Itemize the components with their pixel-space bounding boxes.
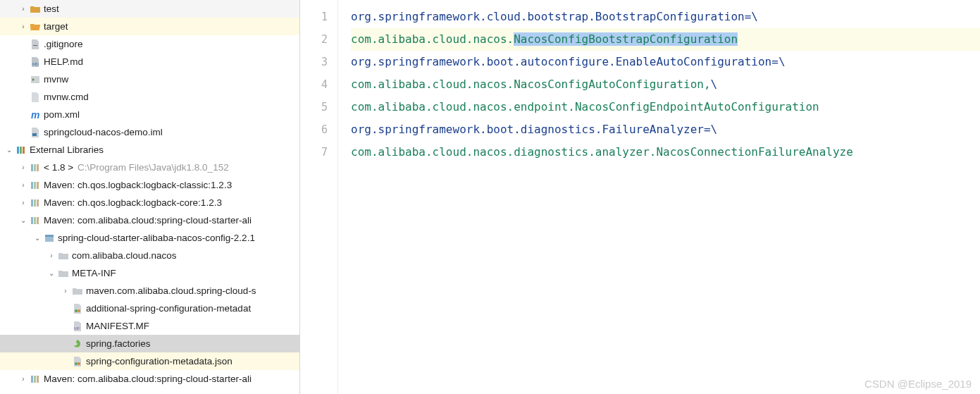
- svg-rect-14: [34, 182, 36, 189]
- tree-row[interactable]: ·additional-spring-configuration-metadat: [0, 300, 299, 317]
- svg-rect-28: [34, 376, 36, 383]
- chevron-right-icon[interactable]: ›: [18, 194, 28, 211]
- chevron-down-icon[interactable]: ⌄: [18, 211, 28, 229]
- lib-root-icon: [15, 144, 27, 156]
- lib-icon: [30, 215, 41, 226]
- svg-point-22: [75, 309, 77, 312]
- line-number: 6: [300, 118, 328, 141]
- pkg-icon: [58, 268, 69, 279]
- tree-row[interactable]: ·mvnw.cmd: [0, 88, 299, 106]
- svg-rect-16: [31, 199, 33, 207]
- iml-icon: [30, 127, 41, 138]
- tree-label: Maven: com.alibaba.cloud:spring-cloud-st…: [44, 370, 252, 388]
- tree-row[interactable]: ·spring.factories: [0, 335, 299, 352]
- tree-row[interactable]: ›Maven: ch.qos.logback:logback-core:1.2.…: [0, 194, 299, 211]
- tree-row[interactable]: ·MFMANIFEST.MF: [0, 317, 299, 335]
- chevron-right-icon[interactable]: ›: [18, 159, 28, 176]
- tree-row[interactable]: ⌄META-INF: [0, 264, 299, 282]
- tree-row[interactable]: ›< 1.8 >C:\Program Files\Java\jdk1.8.0_1…: [0, 159, 299, 176]
- project-tree[interactable]: ›test›target·.gitignore·MDHELP.md·mvnw·m…: [0, 0, 299, 388]
- chevron-right-icon[interactable]: ›: [61, 282, 70, 300]
- tree-row[interactable]: ›com.alibaba.cloud.nacos: [0, 247, 299, 264]
- chevron-right-icon[interactable]: ›: [18, 176, 28, 194]
- code-token: org.springframework.boot.autoconfigure.E…: [351, 55, 771, 68]
- tree-label: target: [44, 18, 68, 35]
- gitignore-icon: [30, 39, 41, 50]
- jar-icon: [44, 233, 55, 244]
- chevron-down-icon[interactable]: ⌄: [4, 141, 14, 159]
- code-line[interactable]: org.springframework.boot.diagnostics.Fai…: [351, 118, 980, 141]
- lib-icon: [30, 162, 41, 173]
- lib-icon: [30, 180, 41, 191]
- tree-row[interactable]: ·mvnw: [0, 70, 299, 88]
- tree-label: .gitignore: [44, 35, 83, 53]
- svg-rect-9: [23, 147, 25, 154]
- tree-label: < 1.8 >: [44, 159, 73, 176]
- json-icon: [72, 356, 83, 367]
- svg-rect-12: [37, 164, 39, 171]
- tree-label: MANIFEST.MF: [86, 317, 149, 335]
- tree-row[interactable]: ›Maven: ch.qos.logback:logback-classic:1…: [0, 176, 299, 194]
- tree-suffix: C:\Program Files\Java\jdk1.8.0_152: [77, 159, 229, 176]
- tree-row[interactable]: ⌄spring-cloud-starter-alibaba-nacos-conf…: [0, 229, 299, 247]
- code-token: com.alibaba.cloud.nacos.NacosConfigAutoC…: [351, 78, 711, 91]
- folder-open-icon: [30, 21, 41, 32]
- svg-text:MD: MD: [32, 62, 39, 66]
- svg-rect-29: [37, 376, 39, 383]
- code-editor[interactable]: 1234567 org.springframework.cloud.bootst…: [300, 0, 980, 394]
- chevron-right-icon[interactable]: ›: [18, 370, 28, 388]
- code-line[interactable]: com.alibaba.cloud.nacos.diagnostics.anal…: [351, 141, 980, 164]
- chevron-right-icon[interactable]: ›: [18, 0, 28, 18]
- pkg-icon: [72, 285, 83, 297]
- project-tool-window: ›test›target·.gitignore·MDHELP.md·mvnw·m…: [0, 0, 300, 394]
- leaf-icon: [72, 338, 83, 350]
- code-token: org.springframework.cloud.bootstrap.Boot…: [351, 10, 745, 23]
- tree-row[interactable]: ⌄Maven: com.alibaba.cloud:spring-cloud-s…: [0, 211, 299, 229]
- tree-label: spring-configuration-metadata.json: [86, 352, 232, 370]
- tree-row[interactable]: ·MDHELP.md: [0, 53, 299, 70]
- svg-point-26: [77, 362, 80, 365]
- tree-row[interactable]: ⌄External Libraries: [0, 141, 299, 159]
- tree-label: Maven: com.alibaba.cloud:spring-cloud-st…: [44, 211, 252, 229]
- code-token: com.alibaba.cloud.nacos.endpoint.NacosCo…: [351, 100, 819, 113]
- tree-label: mvnw: [44, 70, 68, 88]
- code-line[interactable]: org.springframework.cloud.bootstrap.Boot…: [351, 6, 980, 28]
- code-line[interactable]: com.alibaba.cloud.nacos.NacosConfigAutoC…: [351, 73, 980, 96]
- txt-icon: [30, 92, 41, 103]
- code-token: com.alibaba.cloud.nacos.diagnostics.anal…: [351, 145, 853, 159]
- chevron-down-icon[interactable]: ⌄: [46, 264, 56, 282]
- code-line[interactable]: com.alibaba.cloud.nacos.NacosConfigBoots…: [351, 28, 980, 51]
- tree-row[interactable]: ·.gitignore: [0, 35, 299, 53]
- code-line[interactable]: org.springframework.boot.autoconfigure.E…: [351, 51, 980, 73]
- svg-rect-15: [37, 182, 39, 189]
- tree-row[interactable]: ›target: [0, 18, 299, 35]
- code-token: \: [751, 10, 758, 23]
- tree-row[interactable]: ·springcloud-nacos-demo.iml: [0, 123, 299, 141]
- svg-rect-6: [32, 133, 37, 136]
- lib-icon: [30, 197, 41, 209]
- line-number: 7: [300, 141, 328, 164]
- editor-gutter: 1234567: [300, 0, 338, 394]
- svg-rect-20: [34, 217, 36, 224]
- tree-row[interactable]: ·mpom.xml: [0, 106, 299, 123]
- svg-rect-10: [31, 164, 33, 171]
- editor-content[interactable]: org.springframework.cloud.bootstrap.Boot…: [338, 0, 980, 394]
- tree-row[interactable]: ›maven.com.alibaba.cloud.spring-cloud-s: [0, 282, 299, 300]
- svg-rect-18: [37, 199, 39, 207]
- svg-rect-27: [31, 376, 33, 383]
- tree-row[interactable]: ·spring-configuration-metadata.json: [0, 352, 299, 370]
- md-icon: MD: [30, 56, 41, 68]
- code-token: org.springframework.boot.diagnostics.Fai…: [351, 123, 704, 136]
- tree-row[interactable]: ›Maven: com.alibaba.cloud:spring-cloud-s…: [0, 370, 299, 388]
- code-line[interactable]: com.alibaba.cloud.nacos.endpoint.NacosCo…: [351, 96, 980, 118]
- code-token: NacosConfigBootstrapConfiguration: [514, 32, 738, 46]
- chevron-right-icon[interactable]: ›: [18, 18, 28, 35]
- chevron-right-icon[interactable]: ›: [46, 247, 56, 264]
- tree-label: spring-cloud-starter-alibaba-nacos-confi…: [58, 229, 255, 247]
- tree-row[interactable]: ›test: [0, 0, 299, 18]
- line-number: 2: [300, 28, 328, 51]
- svg-rect-7: [17, 147, 19, 154]
- tree-label: additional-spring-configuration-metadat: [86, 300, 251, 317]
- chevron-down-icon[interactable]: ⌄: [32, 229, 42, 247]
- code-token: \: [779, 55, 786, 68]
